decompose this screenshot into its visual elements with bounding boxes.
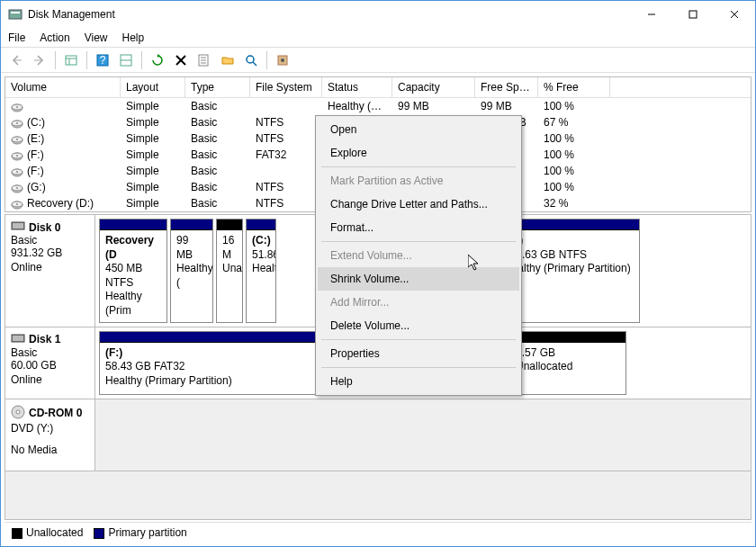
refresh-button[interactable] [148,50,167,70]
cell: Simple [121,195,185,211]
cell: Basic [185,195,250,211]
menu-action[interactable]: Action [40,31,69,44]
menu-view[interactable]: View [85,31,108,44]
maximize-button[interactable] [672,1,714,28]
cell: NTFS [250,130,322,147]
cell: 100 % [538,179,610,195]
cell: Simple [121,130,185,147]
cell: Recovery (D:) [5,195,121,211]
svg-point-22 [281,58,284,62]
partition[interactable]: 99 MBHealthy ( [170,219,213,323]
properties-icon[interactable] [194,50,214,70]
disk-status: Online [11,373,89,386]
legend-item: Primary partition [94,526,186,539]
context-menu-item: Extend Volume... [318,244,519,267]
volume-list-header: VolumeLayoutTypeFile SystemStatusCapacit… [5,77,751,98]
disk-icon [11,405,25,422]
svg-point-28 [16,122,18,124]
legend-label: Primary partition [108,526,186,539]
cell: Simple [121,114,185,130]
delete-icon[interactable] [171,50,191,70]
disk-row: CD-ROM 0DVD (Y:)No Media [5,399,751,471]
disk-status: No Media [11,444,89,456]
partition[interactable]: 16 MUnal [216,219,243,323]
column-header[interactable]: Volume [5,77,121,97]
separator [266,51,267,69]
disk-name: Disk 0 [29,221,60,234]
context-menu-item[interactable]: Properties [318,342,519,365]
column-header[interactable]: Free Spa... [475,77,538,97]
menu-file[interactable]: File [8,31,25,44]
context-menu-item[interactable]: Open [318,118,519,141]
svg-point-31 [16,139,18,140]
partition[interactable]: 1.57 GBUnallocated [509,331,626,395]
menu-help[interactable]: Help [122,31,145,44]
disk-icon [11,119,23,128]
disk-status: Online [11,261,89,274]
cell: Basic [185,114,250,130]
cell: (F:) [5,147,121,163]
forward-button[interactable] [30,50,50,70]
column-header[interactable]: File System [250,77,322,97]
column-header[interactable]: % Free [538,77,610,97]
toggle-bottom-pane-button[interactable] [116,50,136,70]
cell: 32 % [538,195,610,211]
search-icon[interactable] [241,50,261,70]
context-menu-item[interactable]: Shrink Volume... [318,267,519,291]
menubar: File Action View Help [1,28,755,48]
disk-label: CD-ROM 0DVD (Y:)No Media [5,399,95,471]
partition-size: 450 MB NTFS [105,262,161,290]
cell: 99 MB [475,98,538,114]
help-button[interactable]: ? [93,50,112,70]
svg-point-37 [16,171,18,173]
legend-label: Unallocated [26,526,83,539]
context-menu-item[interactable]: Explore [318,141,519,165]
context-menu-item[interactable]: Format... [318,216,519,239]
column-header[interactable]: Type [185,77,250,97]
partition-stripe [217,220,242,230]
cell: Simple [121,98,185,114]
disk-icon [11,220,25,234]
menu-separator [321,166,516,167]
svg-rect-6 [66,56,76,65]
svg-point-43 [16,203,18,205]
cell: (G:) [5,179,121,195]
disk-icon [11,167,23,176]
open-folder-icon[interactable] [218,50,238,70]
partition-status: Unal [222,262,237,276]
svg-point-34 [16,155,18,157]
disk-size: 931.32 GB [11,247,89,259]
volume-row[interactable]: SimpleBasicHealthy (E...99 MB99 MB100 % [5,98,751,114]
column-header[interactable]: Capacity [392,77,475,97]
partition[interactable]: (C:)51.86Healt [246,219,276,323]
cell: Basic [185,98,250,114]
separator [141,51,142,69]
show-hide-console-button[interactable] [61,50,81,70]
disk-type: Basic [11,346,89,359]
partition-name: Recovery (D [105,234,161,262]
disk-type: DVD (Y:) [11,422,89,435]
cell: Basic [185,163,250,179]
close-button[interactable] [714,1,755,28]
app-icon [8,7,22,22]
context-menu-item[interactable]: Delete Volume... [318,314,519,337]
disk-icon [11,103,23,112]
cell: Healthy (E... [322,98,392,114]
context-menu-item[interactable]: Change Drive Letter and Paths... [318,193,519,216]
column-header[interactable]: Status [322,77,392,97]
minimize-button[interactable] [631,1,672,28]
cell: 100 % [538,98,610,114]
partition-stripe [171,220,212,230]
svg-rect-3 [689,11,697,18]
back-button[interactable] [6,50,26,70]
disk-icon [11,135,23,144]
partition[interactable]: Recovery (D450 MB NTFSHealthy (Prim [99,219,167,323]
partition-size: 99 MB [176,234,207,262]
context-menu-item[interactable]: Help [318,370,519,393]
disk-name: CD-ROM 0 [29,407,82,419]
menu-separator [321,367,516,368]
cell [250,163,322,179]
cell: 100 % [538,163,610,179]
column-header[interactable]: Layout [121,77,185,97]
settings-icon[interactable] [273,50,292,70]
